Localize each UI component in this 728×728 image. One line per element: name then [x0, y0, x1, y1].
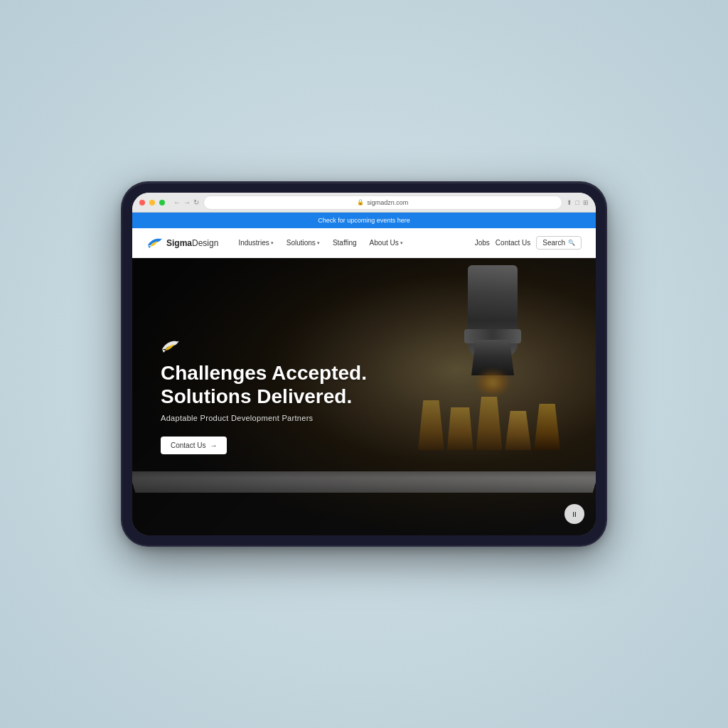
chevron-down-icon: ▾ [271, 240, 274, 246]
browser-maximize-dot[interactable] [159, 200, 165, 205]
announcement-bar[interactable]: Check for upcoming events here [132, 213, 596, 228]
hero-cta-label: Contact Us [171, 441, 205, 449]
tablet-device: ← → ↻ 🔒 sigmadzn.com ⬆ □ ⊞ Check for upc… [122, 183, 606, 545]
browser-minimize-dot[interactable] [149, 200, 155, 205]
browser-close-dot[interactable] [139, 200, 145, 205]
url-text: sigmadzn.com [367, 199, 408, 206]
pause-button[interactable]: ⏸ [564, 504, 584, 524]
back-icon[interactable]: ← [173, 198, 181, 206]
search-icon: 🔍 [568, 240, 575, 246]
nav-item-staffing[interactable]: Staffing [327, 236, 363, 250]
hero-headline: Challenges Accepted. Solutions Delivered… [161, 362, 567, 407]
nav-item-about[interactable]: About Us ▾ [364, 236, 409, 250]
nav-item-industries[interactable]: Industries ▾ [232, 236, 279, 250]
nav-item-solutions[interactable]: Solutions ▾ [281, 236, 326, 250]
nav-right: Jobs Contact Us Search 🔍 [475, 236, 582, 250]
site-logo[interactable]: SigmaDesign [146, 237, 218, 250]
nav-contact-link[interactable]: Contact Us [496, 239, 530, 247]
tabs-icon[interactable]: ⊞ [583, 199, 589, 206]
tablet-screen: ← → ↻ 🔒 sigmadzn.com ⬆ □ ⊞ Check for upc… [132, 193, 596, 535]
address-bar[interactable]: 🔒 sigmadzn.com [203, 196, 562, 210]
share-icon[interactable]: ⬆ [567, 199, 572, 206]
site-nav: SigmaDesign Industries ▾ Solutions ▾ Sta… [132, 228, 596, 258]
arrow-right-icon: → [210, 441, 217, 449]
nav-links: Industries ▾ Solutions ▾ Staffing About … [232, 236, 474, 250]
hero-section: Challenges Accepted. Solutions Delivered… [132, 258, 596, 535]
lock-icon: 🔒 [357, 199, 364, 205]
logo-text: SigmaDesign [166, 238, 218, 248]
pause-icon: ⏸ [571, 510, 578, 518]
chevron-down-icon: ▾ [317, 240, 320, 246]
browser-nav-icons: ← → ↻ [173, 198, 199, 206]
bookmark-icon[interactable]: □ [576, 199, 579, 206]
logo-bird-icon [146, 237, 164, 250]
refresh-icon[interactable]: ↻ [193, 198, 199, 206]
hero-subheadline: Adaptable Product Development Partners [161, 414, 567, 422]
search-button[interactable]: Search 🔍 [536, 236, 582, 250]
announcement-text: Check for upcoming events here [318, 217, 410, 224]
browser-action-icons: ⬆ □ ⊞ [567, 199, 589, 206]
browser-chrome: ← → ↻ 🔒 sigmadzn.com ⬆ □ ⊞ [132, 193, 596, 213]
hero-logo-icon [161, 339, 181, 355]
hero-content: Challenges Accepted. Solutions Delivered… [132, 258, 596, 535]
chevron-down-icon: ▾ [400, 240, 403, 246]
search-label: Search [542, 239, 565, 247]
hero-cta-button[interactable]: Contact Us → [161, 437, 227, 454]
nav-jobs-link[interactable]: Jobs [475, 239, 490, 247]
browser-top-bar: ← → ↻ 🔒 sigmadzn.com ⬆ □ ⊞ [132, 193, 596, 213]
forward-icon[interactable]: → [183, 198, 191, 206]
